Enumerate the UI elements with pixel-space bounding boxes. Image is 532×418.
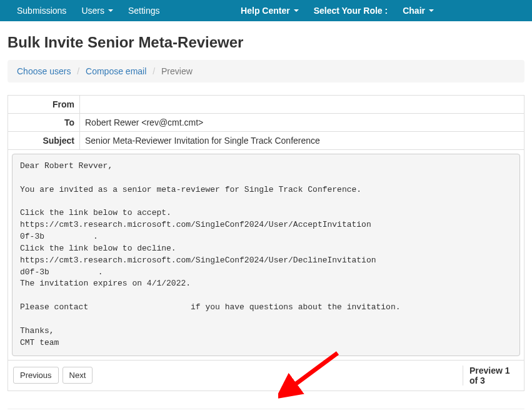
breadcrumb-choose-users[interactable]: Choose users bbox=[17, 66, 71, 76]
subject-label: Subject bbox=[8, 132, 80, 150]
email-header-table: From To Robert Rewer <rev@cmt.cmt> Subje… bbox=[8, 95, 524, 150]
subject-value: Senior Meta-Reviewer Invitation for Sing… bbox=[80, 132, 524, 150]
breadcrumb-separator: / bbox=[149, 66, 159, 76]
from-label: From bbox=[8, 96, 80, 114]
preview-next-button[interactable]: Next bbox=[63, 367, 93, 384]
nav-role-chair[interactable]: Chair bbox=[395, 1, 441, 21]
preview-nav-row: Previous Next Preview 1 of 3 bbox=[8, 361, 524, 391]
breadcrumb: Choose users / Compose email / Preview bbox=[8, 60, 524, 82]
breadcrumb-preview: Preview bbox=[161, 66, 193, 76]
page-title: Bulk Invite Senior Meta-Reviewer bbox=[8, 34, 524, 51]
to-label: To bbox=[8, 114, 80, 132]
nav-select-role-label: Select Your Role : bbox=[306, 1, 396, 21]
preview-previous-button[interactable]: Previous bbox=[13, 367, 59, 384]
footer-actions: Cancel Previous Send bbox=[8, 409, 524, 419]
breadcrumb-separator: / bbox=[73, 66, 83, 76]
nav-settings[interactable]: Settings bbox=[121, 1, 168, 21]
nav-help-center-label: Help Center bbox=[241, 6, 290, 16]
breadcrumb-compose-email[interactable]: Compose email bbox=[86, 66, 146, 76]
nav-help-center[interactable]: Help Center bbox=[233, 1, 306, 21]
caret-down-icon bbox=[294, 9, 299, 12]
caret-down-icon bbox=[108, 9, 113, 12]
preview-count: Preview 1 of 3 bbox=[463, 366, 519, 386]
nav-users[interactable]: Users bbox=[74, 1, 121, 21]
email-body-preview: Dear Robert Revver, You are invited as a… bbox=[12, 154, 520, 356]
to-value: Robert Rewer <rev@cmt.cmt> bbox=[80, 114, 524, 132]
nav-users-label: Users bbox=[81, 6, 104, 16]
nav-role-chair-label: Chair bbox=[403, 6, 425, 16]
caret-down-icon bbox=[429, 9, 434, 12]
top-navbar: Submissions Users Settings Help Center S… bbox=[0, 0, 532, 21]
nav-submissions[interactable]: Submissions bbox=[9, 1, 74, 21]
